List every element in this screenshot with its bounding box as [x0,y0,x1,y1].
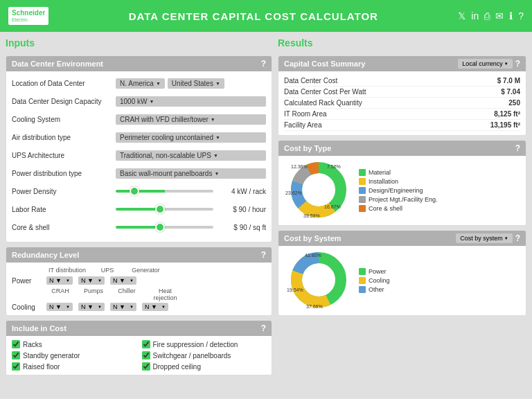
linkedin-icon[interactable]: in [471,10,479,21]
cooling-chiller-dropdown[interactable]: N ▼ [110,303,136,311]
location-country-dropdown[interactable]: United States [168,78,224,89]
power-it-dist-dropdown[interactable]: N ▼ [46,276,73,285]
data-center-env-card: Data Center Environment ? Location of Da… [6,55,272,242]
donut-system-svg: 42.80% 19.54% 37.66% [284,249,353,311]
donut-type-container: 12.36% 7.56% 23.62% 16.87% 39.59% [284,159,353,222]
power-row-label: Power [12,277,46,285]
labor-rate-value: $ 90 / hour [218,206,266,213]
cooling-dropdown[interactable]: CRAH with VFD chiller/tower [116,114,266,125]
results-panel: Results Capital Cost Summary Local curre… [278,37,526,393]
col-heat: Heat rejection [146,287,184,301]
svg-text:12.36%: 12.36% [291,164,308,169]
legend-item: Project Mgt./Facility Eng. [359,196,438,203]
env-card-header: Data Center Environment ? [6,56,272,71]
donut-system-container: 42.80% 19.54% 37.66% [284,249,353,312]
svg-text:39.59%: 39.59% [303,213,320,218]
air-dist-label: Air distribution type [12,134,116,141]
location-region-dropdown[interactable]: N. America [116,78,165,89]
svg-point-14 [306,267,331,292]
print-icon[interactable]: ⎙ [484,10,490,21]
capital-cost-body: Data Center Cost$ 7.0 MData Center Cost … [278,71,526,135]
check-racks[interactable]: Racks [12,340,136,348]
cost-by-type-help-icon[interactable]: ? [515,143,520,153]
power-density-slider[interactable] [116,190,213,193]
cost-by-system-legend: PowerCoolingOther [359,268,390,293]
cost-by-system-header-actions: Cost by system ? [456,233,520,243]
results-title: Results [278,37,526,48]
cost-by-system-header: Cost by System Cost by system ? [278,231,526,246]
results-row: IT Room Area8,125 ft² [284,109,520,120]
air-dist-dropdown[interactable]: Perimeter cooling uncontained [116,132,266,143]
labor-rate-slider-container: $ 90 / hour [116,206,266,213]
check-dropped-ceiling-input[interactable] [142,362,150,371]
cost-by-system-btn[interactable]: Cost by system [456,233,512,243]
help-icon[interactable]: ? [518,10,524,21]
logo-text: Schneider [12,9,45,17]
env-card-body: Location of Data Center N. America Unite… [6,71,272,242]
donut-type-svg: 12.36% 7.56% 23.62% 16.87% 39.59% [284,159,353,221]
svg-text:7.56%: 7.56% [327,164,341,169]
ups-label: UPS Architecture [12,152,116,159]
cost-by-system-help-icon[interactable]: ? [515,233,520,243]
check-fire-input[interactable] [142,340,150,348]
redundancy-header: Redundancy Level ? [6,247,272,263]
cooling-pumps-dropdown[interactable]: N ▼ [78,303,105,311]
check-raised-floor[interactable]: Raised floor [12,362,136,371]
currency-button[interactable]: Local currency [458,59,512,69]
cooling-row-label: Cooling [12,303,46,311]
check-standby[interactable]: Standby generator [12,351,136,360]
power-dist-control: Basic wall-mount panelboards [116,168,266,179]
legend-item: Material [359,169,438,176]
air-dist-row: Air distribution type Perimeter cooling … [12,130,266,145]
legend-item: Cooling [359,277,390,284]
include-grid: Racks Fire suppression / detection Stand… [12,340,266,371]
ups-dropdown[interactable]: Traditional, non-scalable UPS [116,150,266,161]
info-icon[interactable]: ℹ [509,10,513,21]
ups-control: Traditional, non-scalable UPS [116,150,266,161]
design-capacity-dropdown[interactable]: 1000 kW [116,96,266,107]
capital-cost-help-icon[interactable]: ? [515,59,520,69]
svg-point-5 [306,177,331,202]
check-standby-input[interactable] [12,351,20,360]
header-icons: 𝕏 in ⎙ ✉ ℹ ? [458,10,524,21]
air-dist-control: Perimeter cooling uncontained [116,132,266,143]
power-ups-dropdown[interactable]: N ▼ [78,276,105,285]
power-density-slider-container: 4 kW / rack [116,188,266,195]
svg-text:16.87%: 16.87% [324,204,341,209]
power-gen-dropdown[interactable]: N ▼ [110,276,136,285]
ups-row: UPS Architecture Traditional, non-scalab… [12,148,266,163]
svg-text:19.54%: 19.54% [287,287,303,292]
env-help-icon[interactable]: ? [261,59,266,69]
cooling-crah-dropdown[interactable]: N ▼ [46,303,73,311]
results-row: Data Center Cost$ 7.0 M [284,76,520,87]
core-shell-slider[interactable] [116,226,213,229]
redundancy-power-headers: IT distribution UPS Generator [12,267,266,274]
capital-cost-title: Capital Cost Summary [284,60,365,68]
redundancy-help-icon[interactable]: ? [261,250,266,260]
power-dist-dropdown[interactable]: Basic wall-mount panelboards [116,168,266,179]
check-switchgear-input[interactable] [142,351,150,360]
results-row: Calculated Rack Quantity250 [284,98,520,109]
check-dropped-ceiling[interactable]: Dropped ceiling [142,362,267,371]
twitter-icon[interactable]: 𝕏 [458,10,466,21]
power-dist-label: Power distribution type [12,170,116,177]
cooling-control: CRAH with VFD chiller/tower [116,114,266,125]
include-cost-body: Racks Fire suppression / detection Stand… [6,336,272,375]
check-racks-input[interactable] [12,340,20,348]
core-shell-label: Core & shell [12,224,116,231]
email-icon[interactable]: ✉ [495,10,504,21]
check-raised-floor-input[interactable] [12,362,20,371]
col-crah: CRAH [46,287,74,301]
inputs-panel: Inputs Data Center Environment ? Locatio… [6,37,272,393]
include-cost-help-icon[interactable]: ? [261,323,266,333]
include-cost-header: Include in Cost ? [6,321,272,336]
check-fire[interactable]: Fire suppression / detection [142,340,267,348]
cooling-heat-dropdown[interactable]: N ▼ [142,303,168,311]
labor-rate-slider[interactable] [116,208,213,211]
power-density-label: Power Density [12,188,116,195]
redundancy-cooling-headers: CRAH Pumps Chiller Heat rejection [12,287,266,301]
cost-by-system-title: Cost by System [284,234,342,242]
cost-by-system-card: Cost by System Cost by system ? [278,230,526,316]
check-switchgear[interactable]: Switchgear / panelboards [142,351,267,360]
design-capacity-row: Data Center Design Capacity 1000 kW [12,94,266,109]
